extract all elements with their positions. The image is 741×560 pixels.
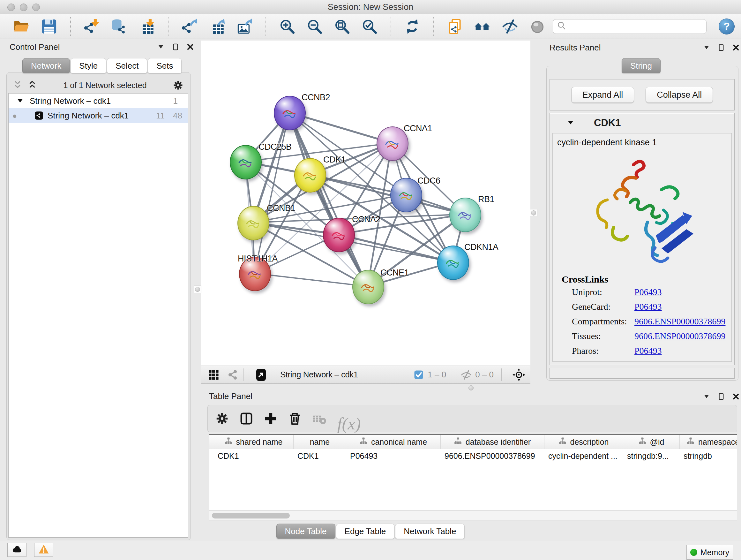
network-collection-row[interactable]: String Network – cdk1 1 bbox=[9, 94, 188, 108]
zoom-out-button[interactable] bbox=[306, 17, 324, 36]
bottom-splitter-handle[interactable] bbox=[468, 384, 475, 391]
network-node-ccnb2[interactable] bbox=[274, 96, 306, 130]
zoom-fit-content-icon bbox=[334, 18, 350, 35]
crosslink-link[interactable]: P06493 bbox=[634, 287, 662, 297]
tab-network[interactable]: Network bbox=[22, 58, 70, 73]
network-node-ccne1[interactable] bbox=[352, 270, 384, 304]
crosslink-link[interactable]: P06493 bbox=[634, 302, 662, 312]
gene-details-box: cyclin-dependent kinase 1 bbox=[552, 133, 732, 362]
selected-items-checkbox-icon[interactable] bbox=[413, 369, 424, 381]
panel-close-icon[interactable] bbox=[186, 43, 195, 51]
table-horizontal-scrollbar[interactable] bbox=[209, 511, 737, 520]
zoom-fit-content-button[interactable] bbox=[333, 17, 351, 36]
crosslink-link[interactable]: 9606.ENSP00000378699 bbox=[634, 316, 725, 327]
show-all-button[interactable] bbox=[529, 17, 546, 36]
search-input[interactable] bbox=[567, 20, 706, 33]
column-header-description[interactable]: description bbox=[544, 435, 623, 449]
grid-view-icon[interactable] bbox=[207, 368, 220, 381]
tab-string[interactable]: String bbox=[622, 58, 661, 73]
apply-layout-button[interactable] bbox=[403, 17, 421, 36]
import-network-file-button[interactable] bbox=[83, 17, 101, 36]
crosslink-link[interactable]: 9606.ENSP00000378699 bbox=[634, 331, 725, 341]
create-column-icon[interactable] bbox=[263, 411, 278, 426]
right-splitter-handle[interactable] bbox=[530, 209, 537, 217]
network-share-icon[interactable] bbox=[226, 368, 239, 381]
column-header-name[interactable]: name bbox=[293, 435, 346, 449]
duplicate-network-button[interactable] bbox=[446, 17, 464, 36]
cloud-status-button[interactable] bbox=[7, 543, 26, 557]
show-columns-icon[interactable] bbox=[239, 411, 254, 426]
table-cell[interactable]: 9606.ENSP00000378699 bbox=[441, 451, 544, 461]
collapse-all-button[interactable]: Collapse All bbox=[646, 87, 713, 103]
gene-section-header[interactable]: CDK1 bbox=[550, 113, 734, 132]
table-cell[interactable]: CDK1 bbox=[293, 451, 346, 461]
panel-menu-icon[interactable] bbox=[702, 43, 711, 52]
crosslinks-section: CrossLinks Uniprot:P06493GeneCard:P06493… bbox=[562, 274, 731, 358]
expand-all-networks-icon[interactable] bbox=[27, 80, 38, 91]
node-label-cdc6: CDC6 bbox=[417, 176, 441, 186]
collapse-all-networks-icon[interactable] bbox=[12, 80, 23, 91]
save-session-button[interactable] bbox=[40, 17, 58, 36]
zoom-selected-button[interactable] bbox=[360, 17, 379, 36]
table-options-gear-icon[interactable] bbox=[215, 411, 229, 426]
network-node-ccna2[interactable] bbox=[323, 218, 355, 252]
panel-float-icon[interactable] bbox=[717, 43, 726, 52]
node-label-cdkn1a: CDKN1A bbox=[464, 242, 498, 252]
tab-sets[interactable]: Sets bbox=[148, 58, 182, 73]
show-neighbors-button[interactable] bbox=[474, 17, 491, 36]
panel-float-icon[interactable] bbox=[171, 43, 180, 51]
tab-network-table[interactable]: Network Table bbox=[395, 523, 465, 539]
export-network-button[interactable] bbox=[181, 17, 199, 36]
column-header-database-identifier[interactable]: database identifier bbox=[441, 435, 544, 449]
export-image-button[interactable] bbox=[235, 17, 253, 36]
crosslink-link[interactable]: P06493 bbox=[634, 346, 662, 356]
table-cell[interactable]: stringdb:9... bbox=[623, 451, 680, 461]
hidden-items-icon[interactable] bbox=[461, 369, 472, 381]
panel-close-icon[interactable] bbox=[731, 43, 740, 52]
column-header-shared-name[interactable]: shared name bbox=[214, 435, 293, 449]
scrollbar-thumb[interactable] bbox=[212, 513, 290, 518]
table-row[interactable]: CDK1CDK1P064939606.ENSP00000378699cyclin… bbox=[209, 449, 737, 462]
table-cell[interactable]: CDK1 bbox=[214, 451, 293, 461]
left-splitter-handle[interactable] bbox=[194, 286, 201, 293]
tab-style[interactable]: Style bbox=[71, 58, 106, 73]
column-header-canonical-name[interactable]: canonical name bbox=[346, 435, 441, 449]
open-session-button[interactable] bbox=[13, 17, 30, 36]
network-options-gear-icon[interactable] bbox=[172, 79, 184, 91]
tab-edge-table[interactable]: Edge Table bbox=[336, 523, 395, 539]
warnings-button[interactable] bbox=[34, 543, 53, 557]
network-node-cdc25b[interactable] bbox=[230, 145, 262, 179]
panel-menu-icon[interactable] bbox=[702, 392, 711, 401]
fit-selected-crosshair-icon[interactable] bbox=[513, 368, 525, 381]
collection-expander-icon[interactable] bbox=[16, 97, 24, 105]
panel-menu-icon[interactable] bbox=[156, 43, 165, 51]
tab-node-table[interactable]: Node Table bbox=[276, 523, 335, 539]
network-node-ccnb1[interactable] bbox=[238, 206, 269, 240]
export-table-button[interactable] bbox=[208, 17, 226, 36]
table-cell[interactable]: P06493 bbox=[346, 451, 441, 461]
network-canvas[interactable]: CCNB2CCNA1CDC25BCDK1CDC6RB1CCNB1CCNA2CDK… bbox=[201, 41, 530, 366]
node-table: shared namenamecanonical namedatabase id… bbox=[209, 434, 737, 511]
crosslink-label: GeneCard: bbox=[572, 302, 634, 312]
panel-close-icon[interactable] bbox=[731, 392, 740, 401]
hide-selected-button[interactable] bbox=[501, 17, 519, 36]
birds-eye-view-icon[interactable] bbox=[255, 368, 267, 381]
network-row-selected[interactable]: String Network – cdk1 11 48 bbox=[9, 108, 188, 123]
zoom-in-button[interactable] bbox=[278, 17, 296, 36]
help-button[interactable]: ? bbox=[719, 18, 735, 35]
table-cell[interactable]: cyclin-dependent ... bbox=[544, 451, 623, 461]
table-cell[interactable]: stringdb bbox=[680, 451, 737, 461]
network-node-rb1[interactable] bbox=[449, 198, 481, 232]
hide-selected-icon bbox=[502, 18, 518, 35]
import-table-file-button[interactable] bbox=[138, 17, 156, 36]
gene-expander-icon[interactable] bbox=[566, 119, 575, 127]
panel-float-icon[interactable] bbox=[717, 392, 726, 401]
memory-button[interactable]: Memory bbox=[686, 545, 733, 560]
tab-select[interactable]: Select bbox=[107, 58, 147, 73]
network-node-cdk1[interactable] bbox=[294, 158, 326, 192]
column-header-namespace[interactable]: namespace bbox=[680, 435, 737, 449]
expand-all-button[interactable]: Expand All bbox=[571, 87, 634, 103]
import-network-database-button[interactable] bbox=[111, 17, 128, 36]
column-header--id[interactable]: @id bbox=[623, 435, 680, 449]
delete-column-icon[interactable] bbox=[287, 411, 302, 426]
